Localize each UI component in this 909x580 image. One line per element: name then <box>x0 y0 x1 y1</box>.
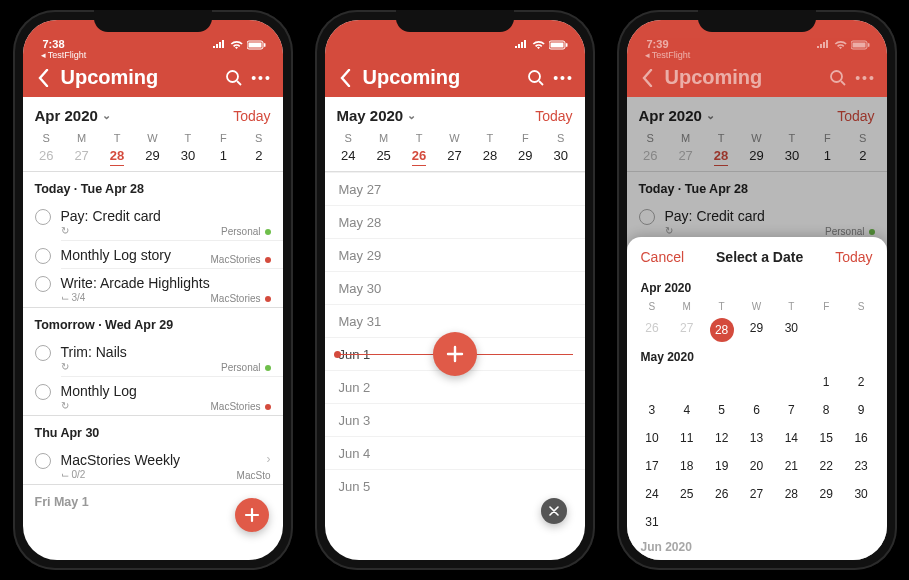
close-fab[interactable] <box>541 498 567 524</box>
add-task-fab[interactable] <box>235 498 269 532</box>
picker-month-label: May 2020 <box>627 346 887 368</box>
task-row[interactable]: Trim: Nails↻ Personal <box>23 338 283 376</box>
month-selector[interactable]: Apr 2020 ⌄ Today <box>23 97 283 128</box>
date-row[interactable]: Jun 4 <box>325 436 585 469</box>
picker-day[interactable]: 31 <box>635 510 670 534</box>
task-checkbox[interactable] <box>35 345 51 361</box>
svg-line-14 <box>841 81 845 85</box>
back-chevron-icon[interactable] <box>637 67 659 89</box>
date-stack[interactable]: May 27 May 28 May 29 May 30 May 31 Jun 1… <box>325 172 585 560</box>
picker-day[interactable]: 26 <box>704 482 739 506</box>
task-row[interactable]: Monthly Log↻ MacStories <box>23 377 283 415</box>
picker-day[interactable]: 1 <box>809 370 844 394</box>
day-cell[interactable]: 2 <box>241 148 276 163</box>
date-row[interactable]: May 30 <box>325 271 585 304</box>
task-row[interactable]: Write: Arcade Highlights ⌙ 3/4 MacStorie… <box>23 269 283 307</box>
picker-day[interactable]: 6 <box>739 398 774 422</box>
testflight-back[interactable]: ◂ TestFlight <box>23 50 283 60</box>
back-chevron-icon[interactable] <box>33 67 55 89</box>
more-icon[interactable]: ••• <box>553 67 575 89</box>
task-checkbox[interactable] <box>35 453 51 469</box>
picker-day[interactable]: 15 <box>809 426 844 450</box>
picker-day[interactable]: 16 <box>844 426 879 450</box>
picker-day[interactable]: 18 <box>669 454 704 478</box>
picker-day[interactable]: 14 <box>774 426 809 450</box>
month-selector[interactable]: May 2020 ⌄ Today <box>325 97 585 128</box>
picker-day[interactable]: 3 <box>635 398 670 422</box>
more-icon[interactable]: ••• <box>855 67 877 89</box>
picker-day[interactable]: 24 <box>635 482 670 506</box>
today-button[interactable]: Today <box>835 249 872 265</box>
picker-day[interactable]: 21 <box>774 454 809 478</box>
task-row[interactable]: Pay: Credit card ↻ Personal <box>23 202 283 240</box>
picker-day[interactable]: 20 <box>739 454 774 478</box>
day-cell-selected[interactable]: 28 <box>99 148 134 163</box>
day-cell[interactable]: 30 <box>170 148 205 163</box>
picker-day[interactable]: 13 <box>739 426 774 450</box>
phone-1: 7:38 ◂ TestFlight Upcoming ••• <box>13 10 293 570</box>
search-icon[interactable] <box>223 67 245 89</box>
picker-day[interactable]: 29 <box>809 482 844 506</box>
date-row[interactable]: May 28 <box>325 205 585 238</box>
picker-day[interactable]: 8 <box>809 398 844 422</box>
picker-day[interactable]: 11 <box>669 426 704 450</box>
picker-day[interactable]: 12 <box>704 426 739 450</box>
day-cell[interactable]: 24 <box>331 148 366 163</box>
date-row[interactable]: May 27 <box>325 172 585 205</box>
task-checkbox[interactable] <box>35 384 51 400</box>
picker-day[interactable]: 27 <box>739 482 774 506</box>
day-cell[interactable]: 27 <box>437 148 472 163</box>
day-cell[interactable]: 27 <box>64 148 99 163</box>
task-checkbox[interactable] <box>35 276 51 292</box>
picker-month-label: Apr 2020 <box>627 277 887 299</box>
search-icon[interactable] <box>827 67 849 89</box>
picker-day[interactable]: 4 <box>669 398 704 422</box>
day-cell[interactable]: 29 <box>508 148 543 163</box>
picker-day[interactable]: 5 <box>704 398 739 422</box>
task-row[interactable]: Monthly Log story MacStories <box>23 241 283 268</box>
signal-icon <box>514 40 528 50</box>
picker-day[interactable]: 27 <box>669 316 704 344</box>
today-link[interactable]: Today <box>535 108 572 124</box>
day-cell[interactable]: 25 <box>366 148 401 163</box>
picker-day[interactable]: 30 <box>774 316 809 344</box>
date-row[interactable]: May 29 <box>325 238 585 271</box>
day-cell[interactable]: 26 <box>29 148 64 163</box>
day-cell[interactable]: 30 <box>543 148 578 163</box>
date-row[interactable]: Jun 5 <box>325 469 585 502</box>
picker-day[interactable]: 30 <box>844 482 879 506</box>
month-label: Apr 2020 <box>35 107 98 124</box>
search-icon[interactable] <box>525 67 547 89</box>
picker-day[interactable]: 2 <box>844 370 879 394</box>
task-row[interactable]: MacStories Weekly⌙ 0/2 › MacSto <box>23 446 283 484</box>
phone-3: 7:39 ◂ TestFlight Upcoming ••• Apr 2020 … <box>617 10 897 570</box>
task-tag: MacStories <box>210 293 270 304</box>
month-label: May 2020 <box>337 107 404 124</box>
picker-day[interactable]: 29 <box>739 316 774 344</box>
add-task-fab[interactable] <box>433 332 477 376</box>
picker-day[interactable]: 25 <box>669 482 704 506</box>
svg-rect-7 <box>566 43 568 47</box>
back-chevron-icon[interactable] <box>335 67 357 89</box>
picker-day[interactable]: 26 <box>635 316 670 344</box>
testflight-back[interactable]: ◂ TestFlight <box>627 50 887 60</box>
picker-day[interactable]: 28 <box>774 482 809 506</box>
picker-day-selected[interactable]: 28 <box>710 318 734 342</box>
picker-day[interactable]: 9 <box>844 398 879 422</box>
date-row[interactable]: Jun 3 <box>325 403 585 436</box>
day-cell-selected[interactable]: 26 <box>401 148 436 163</box>
day-cell[interactable]: 1 <box>206 148 241 163</box>
cancel-button[interactable]: Cancel <box>641 249 685 265</box>
picker-day[interactable]: 17 <box>635 454 670 478</box>
picker-day[interactable]: 7 <box>774 398 809 422</box>
picker-day[interactable]: 10 <box>635 426 670 450</box>
task-checkbox[interactable] <box>35 248 51 264</box>
picker-day[interactable]: 19 <box>704 454 739 478</box>
day-cell[interactable]: 28 <box>472 148 507 163</box>
picker-day[interactable]: 23 <box>844 454 879 478</box>
picker-day[interactable]: 22 <box>809 454 844 478</box>
more-icon[interactable]: ••• <box>251 67 273 89</box>
today-link[interactable]: Today <box>233 108 270 124</box>
task-checkbox[interactable] <box>35 209 51 225</box>
day-cell[interactable]: 29 <box>135 148 170 163</box>
